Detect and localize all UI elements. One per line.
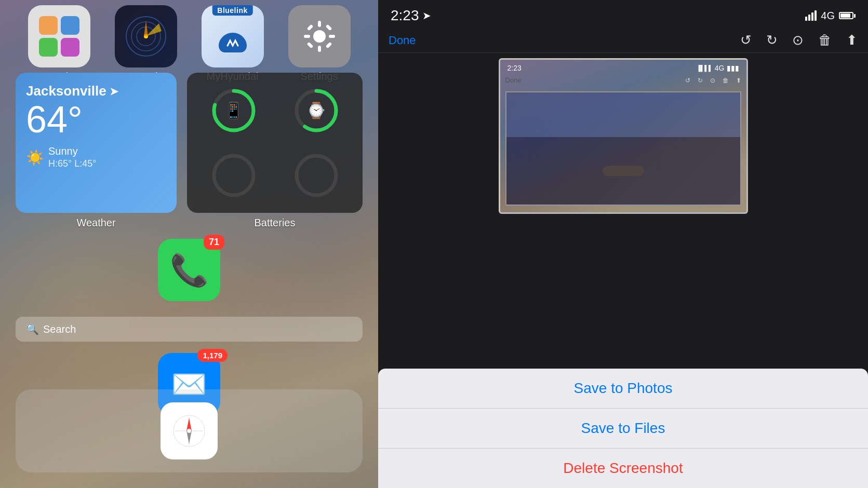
weather-city: Jacksonville ➤: [26, 83, 166, 99]
done-button[interactable]: Done: [389, 34, 416, 47]
markup-button[interactable]: ⊙: [792, 32, 804, 48]
svg-rect-12: [325, 24, 332, 31]
trash-button[interactable]: 🗑: [818, 32, 832, 48]
svg-marker-5: [144, 21, 148, 36]
phone-app[interactable]: 📞 71: [158, 239, 220, 301]
svg-rect-7: [318, 21, 321, 27]
preview-markup-icon: ⊙: [710, 77, 715, 84]
svg-rect-11: [306, 24, 313, 31]
batteries-widget-label: Batteries: [255, 217, 296, 228]
preview-toolbar: Done ↺ ↻ ⊙ 🗑 ⬆: [500, 74, 746, 86]
mail-badge: 1,179: [197, 349, 228, 362]
myradar-icon: [115, 5, 177, 67]
search-bar[interactable]: 🔍 Search: [16, 317, 363, 342]
preview-status-bar: 2:23 ▐▌▌▌ 4G ▮▮▮: [500, 60, 746, 74]
preview-content: [505, 91, 741, 206]
battery-watch: ⌚: [278, 81, 354, 140]
battery-body: [839, 12, 853, 19]
preview-redo-icon: ↻: [698, 77, 703, 84]
battery-empty-2: [278, 146, 354, 205]
search-icon: 🔍: [26, 323, 39, 335]
status-bar: 2:23 ➤ 4G: [378, 0, 868, 28]
weather-temp: 64°: [26, 99, 166, 140]
screenshot-editor: 2:23 ➤ 4G Done ↺: [378, 0, 868, 488]
svg-point-27: [187, 429, 191, 433]
signal-bar-1: [805, 17, 807, 21]
weather-condition-row: ☀️ Sunny H:65° L:45°: [26, 145, 166, 169]
location-icon: ➤: [422, 9, 431, 22]
battery-empty-1: [195, 146, 272, 205]
work-icon: [28, 5, 90, 67]
editor-toolbar: Done ↺ ↻ ⊙ 🗑 ⬆: [378, 28, 868, 53]
home-screen: Work MyRadar Bluelink: [0, 0, 378, 488]
preview-trash-icon: 🗑: [723, 77, 729, 84]
preview-signal: ▐▌▌▌: [697, 65, 713, 71]
watch-battery-icon: ⌚: [306, 101, 326, 119]
preview-share-icon: ⬆: [736, 77, 741, 84]
app-bluelink[interactable]: Bluelink MyHyundai: [202, 5, 264, 83]
screenshot-preview: 2:23 ▐▌▌▌ 4G ▮▮▮ Done ↺ ↻ ⊙ 🗑 ⬆: [499, 58, 748, 214]
weather-widget[interactable]: Jacksonville ➤ 64° ☀️ Sunny H:65° L:45°: [16, 73, 177, 213]
phone-badge: 71: [204, 235, 224, 250]
signal-bar-2: [808, 15, 810, 21]
signal-bar-3: [811, 12, 813, 21]
app-work[interactable]: Work: [28, 5, 90, 83]
svg-point-6: [313, 30, 326, 43]
app-settings[interactable]: Settings: [288, 5, 351, 83]
preview-done-label: Done: [505, 76, 522, 84]
preview-battery: ▮▮▮: [727, 64, 739, 72]
signal-bars: [805, 10, 817, 21]
svg-rect-10: [329, 35, 335, 38]
widget-labels: Weather Batteries: [16, 217, 363, 229]
weather-widget-label: Weather: [76, 217, 115, 228]
svg-rect-14: [325, 42, 332, 49]
batteries-widget[interactable]: 📱 ⌚: [187, 73, 363, 213]
weather-condition: Sunny: [48, 145, 96, 157]
svg-marker-3: [146, 23, 162, 36]
search-label: Search: [43, 323, 76, 335]
phone-icon: 📞 71: [158, 239, 220, 301]
undo-button[interactable]: ↺: [740, 32, 752, 48]
save-to-files-button[interactable]: Save to Files: [378, 409, 868, 449]
settings-icon: [288, 5, 351, 67]
phone-battery-icon: 📱: [224, 101, 243, 119]
dock: [16, 389, 363, 472]
safari-icon[interactable]: [161, 402, 218, 459]
svg-point-19: [214, 156, 253, 195]
svg-point-20: [297, 156, 336, 195]
preview-toolbar-icons: ↺ ↻ ⊙ 🗑 ⬆: [685, 77, 741, 84]
svg-rect-13: [306, 42, 313, 49]
preview-time: 2:23: [508, 64, 522, 72]
search-bar-inner: 🔍 Search: [16, 317, 363, 342]
weather-range: H:65° L:45°: [48, 158, 96, 169]
status-icons: 4G: [805, 10, 856, 22]
toolbar-icons: ↺ ↻ ⊙ 🗑 ⬆: [740, 32, 858, 48]
battery-phone: 📱: [195, 81, 272, 140]
signal-bar-4: [814, 10, 817, 21]
preview-network: 4G: [715, 64, 725, 72]
svg-rect-8: [318, 46, 321, 52]
delete-screenshot-button[interactable]: Delete Screenshot: [378, 449, 868, 488]
app-myradar[interactable]: MyRadar: [115, 5, 177, 83]
save-to-photos-button[interactable]: Save to Photos: [378, 369, 868, 409]
preview-undo-icon: ↺: [685, 77, 690, 84]
network-type: 4G: [821, 10, 835, 22]
widgets-section: Jacksonville ➤ 64° ☀️ Sunny H:65° L:45°: [16, 73, 363, 213]
sun-icon: ☀️: [26, 149, 44, 166]
share-button[interactable]: ⬆: [846, 32, 858, 48]
battery-tip: [854, 14, 856, 18]
battery-indicator: [839, 12, 856, 19]
status-time: 2:23 ➤: [391, 7, 431, 24]
bluelink-icon: Bluelink: [202, 5, 264, 67]
svg-rect-9: [304, 35, 310, 38]
battery-fill: [840, 13, 850, 18]
action-sheet: Save to Photos Save to Files Delete Scre…: [378, 369, 868, 488]
bluelink-tab: Bluelink: [212, 5, 252, 16]
redo-button[interactable]: ↻: [766, 32, 778, 48]
